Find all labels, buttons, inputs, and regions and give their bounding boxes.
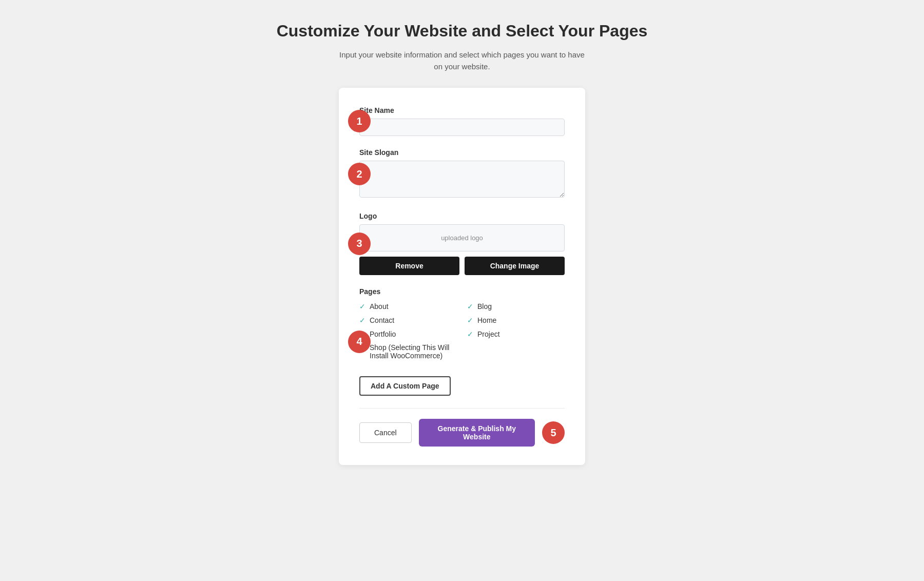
list-item[interactable]: ✓ Home (467, 316, 565, 324)
step-3-badge: 3 (348, 233, 371, 255)
change-image-button[interactable]: Change Image (465, 257, 565, 275)
logo-section: 3 Logo uploaded logo Remove Change Image (359, 212, 565, 275)
page-project: Project (477, 330, 500, 338)
list-item[interactable]: ✓ Project (467, 330, 565, 338)
list-item[interactable]: ✓ Contact (359, 316, 457, 324)
logo-preview-text: uploaded logo (441, 234, 483, 242)
step-5-badge: 5 (542, 421, 565, 444)
form-card: 1 Site Name 2 Site Slogan 3 Logo uploade… (339, 88, 585, 465)
pages-section: 4 Pages ✓ About ✓ Blog ✓ Contact ✓ Home (359, 287, 565, 396)
page-portfolio: Portfolio (370, 330, 396, 338)
page-shop: Shop (Selecting This Will Install WooCom… (370, 343, 457, 360)
check-icon: ✓ (359, 316, 365, 324)
add-custom-page-button[interactable]: Add A Custom Page (359, 376, 451, 396)
page-title: Customize Your Website and Select Your P… (277, 21, 648, 41)
step-4-badge: 4 (348, 331, 371, 353)
page-header: Customize Your Website and Select Your P… (277, 21, 648, 72)
check-icon: ✓ (467, 316, 473, 324)
pages-label: Pages (359, 287, 565, 296)
list-item[interactable]: ✓ Blog (467, 302, 565, 311)
cancel-button[interactable]: Cancel (359, 422, 412, 443)
remove-logo-button[interactable]: Remove (359, 257, 459, 275)
site-slogan-label: Site Slogan (359, 148, 565, 157)
check-icon: ✓ (467, 302, 473, 311)
site-slogan-input[interactable] (359, 161, 565, 198)
check-icon: ✓ (467, 330, 473, 338)
logo-preview: uploaded logo (359, 224, 565, 251)
page-subtitle: Input your website information and selec… (339, 49, 585, 72)
site-slogan-section: 2 Site Slogan (359, 148, 565, 200)
logo-label: Logo (359, 212, 565, 220)
check-icon: ✓ (359, 302, 365, 311)
form-actions: Cancel Generate & Publish My Website 5 (359, 419, 565, 447)
list-item[interactable]: ✓ Portfolio (359, 330, 457, 338)
page-blog: Blog (477, 302, 492, 311)
page-contact: Contact (370, 316, 394, 324)
page-home: Home (477, 316, 496, 324)
site-name-input[interactable] (359, 119, 565, 136)
logo-buttons: Remove Change Image (359, 257, 565, 275)
divider (359, 408, 565, 409)
list-item[interactable]: ✓ About (359, 302, 457, 311)
list-item[interactable]: ✓ Shop (Selecting This Will Install WooC… (359, 343, 457, 360)
site-name-label: Site Name (359, 106, 565, 114)
site-name-section: 1 Site Name (359, 106, 565, 136)
pages-grid: ✓ About ✓ Blog ✓ Contact ✓ Home ✓ Portfo… (359, 302, 565, 360)
page-about: About (370, 302, 389, 311)
step-1-badge: 1 (348, 110, 371, 132)
generate-publish-button[interactable]: Generate & Publish My Website (419, 419, 535, 447)
step-2-badge: 2 (348, 163, 371, 185)
